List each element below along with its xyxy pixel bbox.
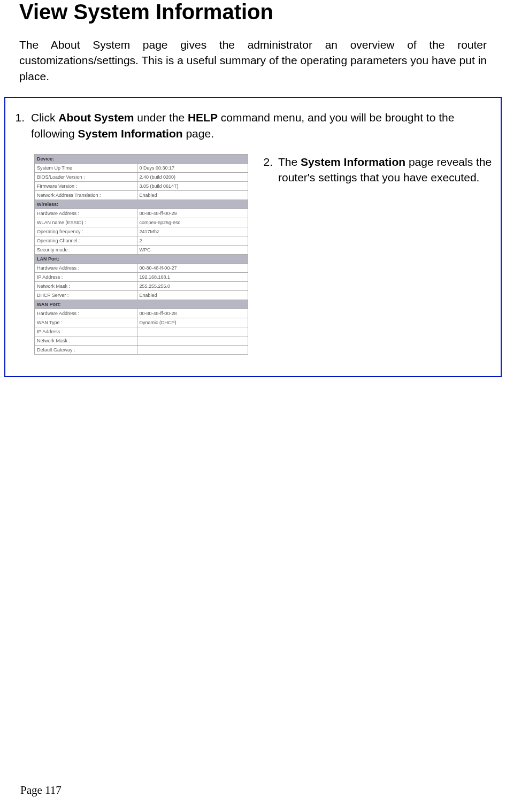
table-row: Network Mask :255.255.255.0 <box>35 281 248 290</box>
system-info-table: Device: System Up Time0 Days 00:30:17 BI… <box>34 154 248 355</box>
step1-b3: System Information <box>78 127 183 140</box>
table-row: Hardware Address :00-80-48-ff-00-28 <box>35 309 248 318</box>
step-1-text: Click About System under the HELP comman… <box>31 110 492 141</box>
table-row: Network Mask : <box>35 336 248 345</box>
step-2-number: 2. <box>259 154 278 355</box>
step1-b1: About System <box>58 111 134 124</box>
table-row: Hardware Address :00-80-48-ff-00-27 <box>35 263 248 272</box>
table-row: Operating Channel :2 <box>35 236 248 245</box>
table-row: Hardware Address :00-80-48-ff-00-29 <box>35 209 248 218</box>
step1-post: page. <box>183 127 214 140</box>
page-heading: View System Information <box>19 0 487 24</box>
step-2-text: The System Information page reveals the … <box>278 154 492 355</box>
table-row: WAN Type :Dynamic (DHCP) <box>35 318 248 327</box>
table-row: Firmware Version :3.05 (build 0614T) <box>35 181 248 190</box>
step1-mid1: under the <box>134 111 188 124</box>
table-row: Default Gateway : <box>35 345 248 354</box>
step1-b2: HELP <box>188 111 218 124</box>
table-row: Security mode :WPC <box>35 245 248 254</box>
step-2: 2. The System Information page reveals t… <box>259 154 492 355</box>
page-number: Page 117 <box>20 784 62 797</box>
instruction-box: 1. Click About System under the HELP com… <box>4 97 502 377</box>
step2-b1: System Information <box>301 156 405 168</box>
table-row: Network Address Translation :Enabled <box>35 190 248 200</box>
step-1: 1. Click About System under the HELP com… <box>10 110 492 141</box>
table-row: IP Address : <box>35 327 248 336</box>
table-row: WLAN name (ESSID) :compex-np25g-esc <box>35 218 248 227</box>
table-row: DHCP Server :Enabled <box>35 290 248 300</box>
table-row: BIOS/Loader Version :2.40 (build 0200) <box>35 172 248 181</box>
lan-header: LAN Port: <box>35 254 248 263</box>
device-header: Device: <box>35 154 248 163</box>
step2-pre: The <box>278 156 301 168</box>
wireless-header: Wireless: <box>35 200 248 209</box>
table-row: System Up Time0 Days 00:30:17 <box>35 163 248 172</box>
step-1-number: 1. <box>10 110 31 141</box>
system-info-screenshot: Device: System Up Time0 Days 00:30:17 BI… <box>34 154 248 355</box>
wan-header: WAN Port: <box>35 300 248 309</box>
intro-paragraph: The About System page gives the administ… <box>19 37 487 84</box>
table-row: Operating frequency :2417Mhz <box>35 227 248 236</box>
step1-pre: Click <box>31 111 58 124</box>
table-row: IP Address :192.168.168.1 <box>35 272 248 281</box>
